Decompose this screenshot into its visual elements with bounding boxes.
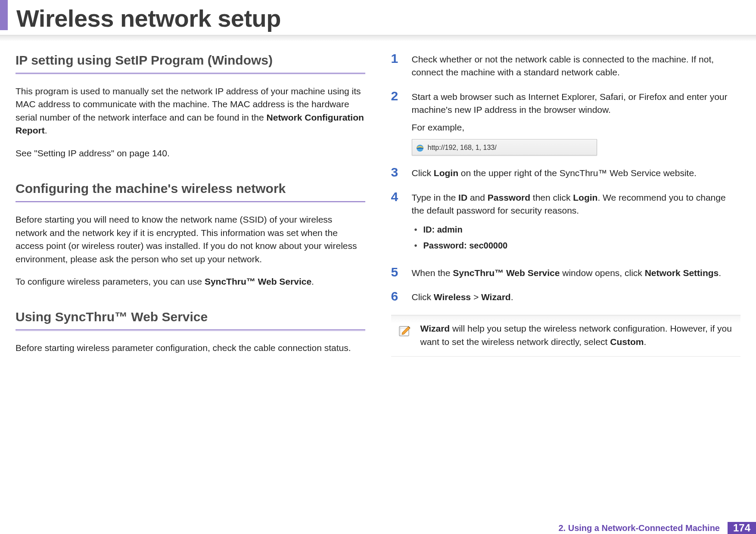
step-2: 2 Start a web browser such as Internet E… xyxy=(391,90,741,155)
ie-icon xyxy=(416,143,424,152)
step-number: 5 xyxy=(391,266,402,279)
step-4: 4 Type in the ID and Password then click… xyxy=(391,191,741,255)
bullet-list: • ID: admin • Password: sec00000 xyxy=(412,224,741,252)
title-accent xyxy=(0,0,8,30)
footer-chapter: 2. Using a Network-Connected Machine xyxy=(558,522,728,534)
section-rule xyxy=(16,201,365,203)
title-bar: Wireless network setup xyxy=(0,0,756,32)
step-body: Click Wireless > Wizard. xyxy=(412,291,741,304)
step-1: 1 Check whether or not the network cable… xyxy=(391,53,741,79)
text-bold: Wireless xyxy=(434,292,471,302)
text: . xyxy=(511,292,513,302)
footer: 2. Using a Network-Connected Machine 174 xyxy=(558,522,756,534)
section-rule xyxy=(16,73,365,75)
left-column: IP setting using SetIP Program (Windows)… xyxy=(16,53,365,364)
text: on the upper right of the SyncThru™ Web … xyxy=(458,168,697,178)
section-heading-setip: IP setting using SetIP Program (Windows) xyxy=(16,53,365,68)
step-body: Type in the ID and Password then click L… xyxy=(412,191,741,255)
text: To configure wireless parameters, you ca… xyxy=(16,276,205,286)
right-column: 1 Check whether or not the network cable… xyxy=(391,53,741,364)
paragraph: Before starting you will need to know th… xyxy=(16,213,365,266)
step-body: Start a web browser such as Internet Exp… xyxy=(412,90,741,155)
content-columns: IP setting using SetIP Program (Windows)… xyxy=(0,41,756,364)
note-box: Wizard will help you setup the wireless … xyxy=(391,315,741,357)
text: . xyxy=(719,268,721,278)
paragraph: See "Setting IP address" on page 140. xyxy=(16,147,365,160)
note-text: Wizard will help you setup the wireless … xyxy=(420,322,734,348)
text-bold: Login xyxy=(573,192,597,202)
step-3: 3 Click Login on the upper right of the … xyxy=(391,167,741,180)
text: Click xyxy=(412,292,434,302)
list-item: • ID: admin xyxy=(414,224,741,236)
step-5: 5 When the SyncThru™ Web Service window … xyxy=(391,267,741,279)
paragraph: This program is used to manually set the… xyxy=(16,85,365,137)
text: When the xyxy=(412,268,453,278)
text-bold: Password xyxy=(488,192,530,202)
page-title: Wireless network setup xyxy=(16,4,756,32)
text-bold: Network Settings xyxy=(645,268,719,278)
text: For example, xyxy=(412,121,741,134)
step-body: When the SyncThru™ Web Service window op… xyxy=(412,267,741,279)
paragraph: To configure wireless parameters, you ca… xyxy=(16,275,365,288)
text: . xyxy=(45,125,47,135)
text-bold: Custom xyxy=(610,337,644,347)
text: then click xyxy=(530,192,573,202)
url-text: http://192, 168, 1, 133/ xyxy=(428,143,497,152)
text: Start a web browser such as Internet Exp… xyxy=(412,90,741,117)
text-bold: Wizard xyxy=(420,323,450,333)
step-body: Click Login on the upper right of the Sy… xyxy=(412,167,741,180)
step-number: 1 xyxy=(391,52,402,79)
bullet-dot: • xyxy=(414,224,417,236)
text-bold: Wizard xyxy=(481,292,511,302)
bullet-dot: • xyxy=(414,239,417,252)
step-number: 4 xyxy=(391,190,402,255)
step-number: 3 xyxy=(391,166,402,180)
text-bold: Login xyxy=(434,168,458,178)
section-heading-syncthru: Using SyncThru™ Web Service xyxy=(16,310,365,324)
text: Click xyxy=(412,168,434,178)
step-6: 6 Click Wireless > Wizard. xyxy=(391,291,741,304)
text: will help you setup the wireless network… xyxy=(420,323,732,346)
text-bold: SyncThru™ Web Service xyxy=(205,276,311,286)
text: window opens, click xyxy=(560,268,644,278)
pencil-note-icon xyxy=(398,323,413,338)
text: . xyxy=(311,276,314,286)
footer-page-number: 174 xyxy=(728,522,756,534)
text: Type in the xyxy=(412,192,459,202)
title-underline xyxy=(0,35,756,41)
text: . xyxy=(644,337,646,347)
step-number: 6 xyxy=(391,290,402,304)
text: > xyxy=(471,292,481,302)
svg-rect-1 xyxy=(417,148,423,149)
text-bold: ID xyxy=(458,192,467,202)
section-heading-configure: Configuring the machine's wireless netwo… xyxy=(16,181,365,196)
paragraph: Before starting wireless parameter confi… xyxy=(16,342,365,354)
text: and xyxy=(467,192,488,202)
step-body: Check whether or not the network cable i… xyxy=(412,53,741,79)
text-bold: SyncThru™ Web Service xyxy=(453,268,560,278)
address-bar-example: http://192, 168, 1, 133/ xyxy=(412,139,597,155)
list-item: • Password: sec00000 xyxy=(414,239,741,252)
step-number: 2 xyxy=(391,90,402,155)
text-bold: ID: admin xyxy=(423,224,463,236)
text-bold: Password: sec00000 xyxy=(423,239,508,252)
section-rule xyxy=(16,329,365,331)
